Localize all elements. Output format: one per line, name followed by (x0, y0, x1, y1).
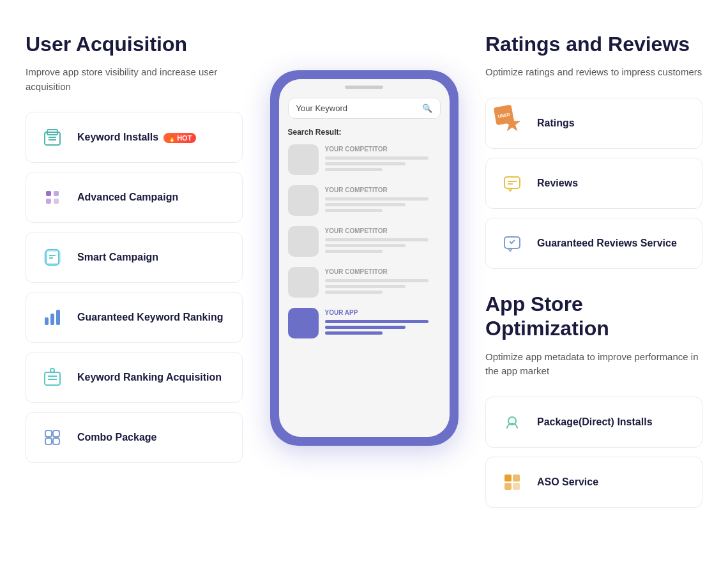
menu-label-guaranteed-reviews: Guaranteed Reviews Service (537, 238, 677, 249)
phone-line-long-3 (325, 279, 429, 282)
menu-item-package-installs[interactable]: Package(Direct) Installs (485, 397, 702, 448)
phone-thumb-3 (288, 267, 319, 298)
phone-line-short-4 (325, 331, 383, 335)
left-column: User Acquisition Improve app store visib… (26, 32, 243, 472)
phone-mockup: Your Keyword 🔍 Search Result: YOUR COMPE… (270, 70, 459, 446)
svg-rect-22 (53, 438, 59, 444)
phone-search-icon: 🔍 (422, 103, 432, 113)
ratings-reviews-menu: USED Ratings Reviews Guaranteed Reviews … (485, 98, 702, 269)
menu-label-aso-service: ASO Service (537, 476, 598, 488)
phone-result-title-0: YOUR COMPETITOR (325, 146, 441, 153)
menu-item-keyword-installs[interactable]: Keyword InstallsHOT (26, 112, 243, 163)
menu-item-keyword-ranking[interactable]: Keyword Ranking Acquisition (26, 352, 243, 403)
phone-thumb-2 (288, 226, 319, 257)
phone-lines-0: YOUR COMPETITOR (325, 146, 441, 174)
phone-line-medium-4 (325, 326, 406, 329)
phone-results-label: Search Result: (279, 124, 450, 139)
phone-result-title-4: YOUR APP (325, 309, 441, 316)
menu-item-reviews[interactable]: Reviews (485, 158, 702, 209)
phone-thumb-1 (288, 185, 319, 216)
menu-item-guaranteed-keyword[interactable]: Guaranteed Keyword Ranking (26, 292, 243, 343)
phone-notch (279, 79, 450, 93)
phone-search-bar: Your Keyword 🔍 (288, 98, 441, 119)
svg-rect-13 (50, 314, 54, 325)
phone-lines-1: YOUR COMPETITOR (325, 186, 441, 215)
phone-result-2: YOUR COMPETITOR (279, 221, 450, 262)
ratings-reviews-desc: Optimize ratings and reviews to impress … (485, 65, 702, 80)
svg-rect-20 (53, 430, 59, 437)
combo-icon (39, 424, 66, 451)
svg-rect-19 (45, 430, 52, 437)
page-layout: User Acquisition Improve app store visib… (0, 0, 728, 562)
svg-rect-7 (54, 199, 59, 204)
phone-line-short-0 (325, 168, 383, 171)
menu-item-combo-package[interactable]: Combo Package (26, 412, 243, 463)
phone-result-0: YOUR COMPETITOR (279, 139, 450, 180)
user-acquisition-desc: Improve app store visibility and increas… (26, 65, 243, 94)
menu-label-ratings: Ratings (537, 118, 575, 129)
svg-rect-5 (54, 191, 59, 196)
phone-result-3: YOUR COMPETITOR (279, 262, 450, 303)
phone-lines-3: YOUR COMPETITOR (325, 268, 441, 296)
svg-rect-14 (56, 310, 60, 325)
aso-icon (499, 469, 526, 496)
phone-notch-bar (345, 86, 383, 89)
svg-rect-29 (513, 475, 520, 482)
aso-title: App Store Optimization (485, 292, 702, 341)
kw-ranking-icon (39, 364, 66, 391)
menu-label-keyword-installs: Keyword InstallsHOT (77, 132, 196, 143)
aso-desc: Optimize app metadata to improve perform… (485, 350, 702, 379)
phone-result-4: YOUR APP (279, 303, 450, 344)
keyword-installs-icon (39, 124, 66, 151)
ratings-icon-wrap: USED (499, 110, 526, 137)
phone-lines-2: YOUR COMPETITOR (325, 227, 441, 255)
phone-line-long-1 (325, 197, 429, 201)
phone-thumb-4 (288, 308, 319, 338)
menu-label-smart-campaign: Smart Campaign (77, 252, 158, 263)
svg-rect-30 (504, 483, 512, 490)
phone-line-medium-2 (325, 244, 406, 247)
menu-item-advanced-campaign[interactable]: Advanced Campaign (26, 172, 243, 223)
right-column: Ratings and Reviews Optimize ratings and… (485, 32, 702, 531)
phone-line-short-1 (325, 209, 383, 212)
phone-line-medium-3 (325, 285, 406, 288)
guaranteed-icon (39, 304, 66, 331)
phone-result-title-1: YOUR COMPETITOR (325, 186, 441, 194)
reviews-icon-wrap (499, 170, 526, 197)
user-acquisition-title: User Acquisition (26, 32, 243, 56)
ratings-reviews-title: Ratings and Reviews (485, 32, 702, 56)
phone-results-list: YOUR COMPETITOR YOUR COMPETITOR YOUR COM… (279, 139, 450, 344)
left-menu: Keyword InstallsHOT Advanced Campaign Sm… (26, 112, 243, 463)
reviews-icon (499, 170, 526, 197)
phone-lines-4: YOUR APP (325, 309, 441, 337)
phone-search-text: Your Keyword (296, 103, 347, 113)
svg-rect-4 (46, 191, 51, 196)
phone-line-short-3 (325, 291, 383, 294)
svg-rect-28 (504, 475, 512, 482)
guar-reviews-icon-wrap (499, 230, 526, 257)
menu-item-aso-service[interactable]: ASO Service (485, 457, 702, 508)
menu-label-package-installs: Package(Direct) Installs (537, 416, 653, 428)
menu-label-advanced-campaign: Advanced Campaign (77, 192, 178, 203)
svg-point-18 (50, 368, 54, 372)
aso-section: App Store Optimization Optimize app meta… (485, 292, 702, 508)
phone-line-short-2 (325, 250, 383, 253)
used-badge-ratings: USED (494, 105, 514, 125)
menu-item-guaranteed-reviews[interactable]: Guaranteed Reviews Service (485, 218, 702, 269)
aso-menu: Package(Direct) Installs ASO Service (485, 397, 702, 508)
ratings-reviews-section: Ratings and Reviews Optimize ratings and… (485, 32, 702, 269)
phone-line-long-4 (325, 320, 429, 323)
package-icon (499, 409, 526, 436)
phone-line-long-0 (325, 156, 429, 160)
svg-rect-12 (45, 317, 49, 325)
advanced-icon (39, 184, 66, 211)
phone-result-1: YOUR COMPETITOR (279, 180, 450, 221)
menu-item-smart-campaign[interactable]: Smart Campaign (26, 232, 243, 283)
phone-result-title-3: YOUR COMPETITOR (325, 268, 441, 275)
svg-rect-31 (513, 483, 520, 490)
svg-rect-21 (45, 438, 52, 444)
menu-label-guaranteed-keyword: Guaranteed Keyword Ranking (77, 312, 224, 323)
menu-item-ratings[interactable]: USED Ratings (485, 98, 702, 149)
phone-result-title-2: YOUR COMPETITOR (325, 227, 441, 234)
phone-thumb-0 (288, 144, 319, 175)
